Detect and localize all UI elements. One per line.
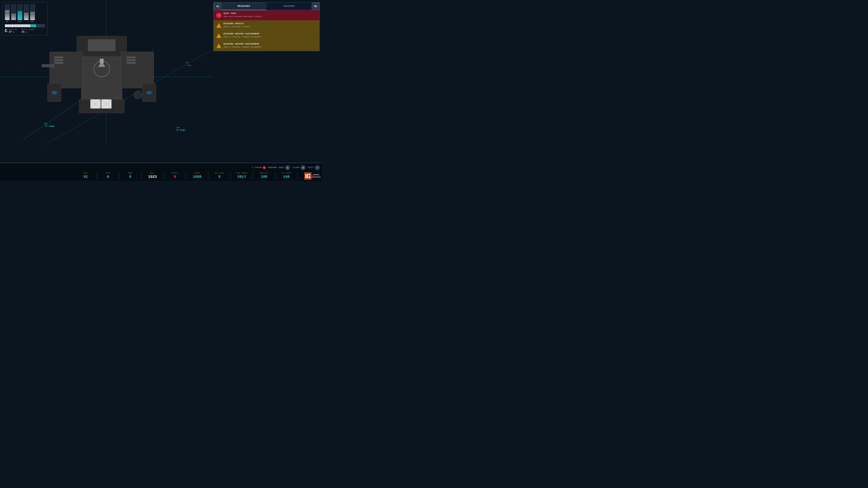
bar-2: --	[11, 4, 16, 22]
watermark: GAMER GUIDES	[304, 172, 321, 180]
stat-max-crew: MAX CREW 5	[209, 172, 231, 179]
svg-text:PORT: PORT	[180, 129, 186, 131]
svg-rect-31	[54, 57, 63, 58]
stat-mobility: MOBILITY 100	[253, 172, 275, 179]
warning-icon-1: !	[216, 23, 221, 28]
error-icon: −	[216, 13, 221, 18]
bottom-bar: 1 ERROR RENAME SHIP X CLOSE B EXIT ≡ PAR…	[0, 163, 322, 181]
bar-4: --	[24, 4, 29, 22]
warning-icon-2: !	[216, 33, 221, 38]
tab-lb[interactable]: LB	[214, 2, 221, 10]
reactor-info: C REACTOR 27 ▲ EQUIP POWER 21 ▲	[5, 29, 45, 33]
message-text-weapon-2: MISSING WEAPON ASSIGNMENT Ship is missin…	[223, 43, 317, 48]
svg-rect-54	[309, 174, 310, 175]
message-missing-weapon-1: ! MISSING WEAPON ASSIGNMENT Ship is miss…	[214, 31, 319, 41]
equip-value: 21	[22, 31, 24, 33]
message-missing-shield: ! MISSING SHIELD Ship is missing a shiel…	[214, 20, 319, 31]
svg-rect-33	[54, 62, 63, 64]
svg-point-39	[134, 91, 142, 99]
stat-jump-range: JUMP RANGE 30LY	[230, 172, 253, 179]
reactor-value: 27	[9, 31, 12, 33]
equip-arrow: ▲	[26, 31, 27, 33]
svg-text:!: !	[218, 35, 220, 38]
message-text-ship-cost: SHIP COST Ship cost exceeds available cr…	[223, 12, 317, 18]
message-text-weapon-1: MISSING WEAPON ASSIGNMENT Ship is missin…	[223, 33, 317, 38]
panel-header: LB MESSAGES WEAPONS RB	[214, 2, 319, 10]
reactor-label: REACTOR	[9, 29, 17, 31]
svg-rect-34	[127, 57, 135, 58]
svg-rect-32	[54, 59, 63, 61]
svg-text:!: !	[218, 45, 220, 48]
stat-cargo: CARGO 1680	[186, 172, 209, 179]
svg-marker-7	[176, 129, 179, 131]
reactor-arrow: ▲	[13, 31, 14, 33]
svg-marker-4	[45, 125, 48, 127]
svg-text:34M: 34M	[176, 127, 180, 129]
exit-button[interactable]: EXIT ≡	[308, 165, 320, 170]
stat-par: PAR 91	[74, 172, 97, 179]
ship-model	[41, 29, 163, 120]
svg-text:36M: 36M	[44, 123, 48, 125]
stats-row: PAR 91 NONE 0 NONE 0 HULL 1023 SHIELD 0 …	[74, 172, 320, 179]
svg-text:LBT: LBT	[185, 62, 189, 64]
message-text-shield: MISSING SHIELD Ship is missing a shield.	[223, 23, 317, 28]
error-dot	[263, 166, 266, 169]
rename-ship-button[interactable]: RENAME SHIP X	[268, 165, 290, 170]
svg-rect-52	[305, 174, 307, 178]
stat-top-speed: TOP SPEED 140	[275, 172, 298, 179]
power-bars-container: W0 --	[5, 4, 45, 22]
rename-key: X	[285, 165, 290, 170]
watermark-icon	[304, 172, 311, 180]
error-badge: 1 ERROR	[252, 166, 266, 169]
svg-rect-17	[121, 52, 154, 88]
message-missing-weapon-2: ! MISSING WEAPON ASSIGNMENT Ship is miss…	[214, 41, 319, 51]
close-button[interactable]: CLOSE B	[292, 165, 305, 170]
bar-grv: GRV	[30, 4, 35, 22]
warning-icon-3: !	[216, 43, 221, 48]
action-buttons: 1 ERROR RENAME SHIP X CLOSE B EXIT ≡	[252, 163, 320, 171]
tab-rb[interactable]: RB	[312, 2, 319, 10]
messages-panel: LB MESSAGES WEAPONS RB − SHIP COST Ship …	[213, 2, 320, 51]
power-meter	[5, 24, 45, 27]
close-key: B	[301, 165, 305, 170]
message-ship-cost: − SHIP COST Ship cost exceeds available …	[214, 10, 319, 20]
svg-rect-35	[127, 59, 135, 61]
stat-none-2: NONE 0	[119, 172, 142, 179]
bar-w0: W0	[5, 4, 10, 22]
stat-none-1: NONE 0	[97, 172, 119, 179]
stat-hull: HULL 1023	[142, 172, 164, 179]
svg-rect-53	[307, 174, 308, 178]
svg-rect-23	[100, 59, 103, 63]
svg-rect-30	[42, 64, 54, 67]
svg-rect-36	[127, 62, 135, 64]
power-hud: W0 --	[2, 2, 48, 35]
svg-point-37	[52, 91, 57, 94]
reactor-grade: C	[5, 29, 7, 33]
svg-rect-55	[309, 176, 310, 178]
watermark-text: GAMER GUIDES	[313, 174, 321, 178]
svg-text:!: !	[218, 25, 220, 28]
tab-messages[interactable]: MESSAGES	[221, 2, 267, 10]
tab-weapons[interactable]: WEAPONS	[267, 2, 312, 10]
svg-text:#98: #98	[188, 64, 191, 66]
stat-shield: SHIELD 0	[164, 172, 186, 179]
svg-text:FORE: FORE	[49, 125, 55, 128]
exit-key: ≡	[315, 165, 320, 170]
svg-point-38	[147, 91, 152, 94]
equip-label: EQUIP POWER	[22, 29, 34, 31]
bar-eng: ENG	[18, 4, 22, 22]
svg-rect-20	[88, 39, 115, 51]
